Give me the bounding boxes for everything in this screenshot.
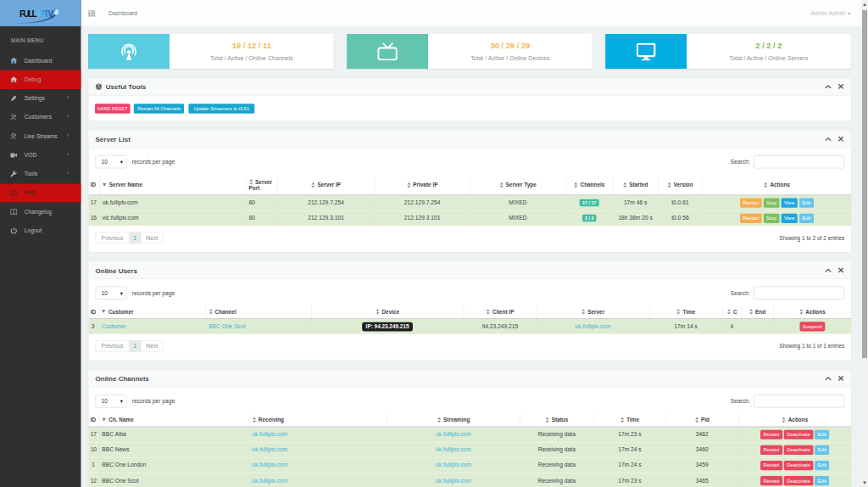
svg-text:FULL: FULL xyxy=(19,9,37,19)
svg-text:IPTV: IPTV xyxy=(37,9,53,19)
